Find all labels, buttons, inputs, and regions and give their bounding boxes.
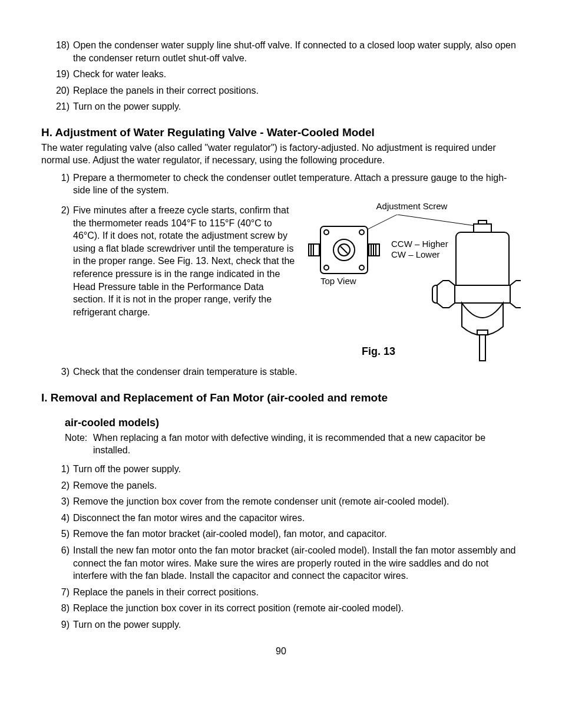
section-h-heading: H. Adjustment of Water Regulating Valve …: [41, 125, 521, 140]
figure-label-adjustment-screw: Adjustment Screw: [303, 200, 521, 212]
section-i-note: Note: When replacing a fan motor with de…: [65, 431, 521, 457]
step-number: 5): [53, 528, 73, 541]
list-item: 19) Check for water leaks.: [53, 68, 521, 81]
step-number: 8): [53, 602, 73, 615]
note-label: Note:: [65, 431, 93, 457]
list-item: 2)Remove the panels.: [53, 479, 521, 492]
step-number: 1): [53, 463, 73, 476]
list-item: 1)Turn off the power supply.: [53, 463, 521, 476]
step-text: Install the new fan motor onto the fan m…: [73, 544, 521, 582]
svg-rect-17: [474, 224, 491, 232]
svg-rect-19: [456, 232, 509, 291]
svg-line-1: [397, 215, 480, 226]
figure-13: Adjustment Screw: [303, 200, 521, 362]
figure-caption: Fig. 13: [362, 344, 395, 358]
list-item: 18) Open the condenser water supply line…: [53, 39, 521, 64]
list-item: 4)Disconnect the fan motor wires and the…: [53, 512, 521, 525]
list-item: 7)Replace the panels in their correct po…: [53, 586, 521, 599]
svg-rect-22: [477, 330, 488, 335]
list-item: 3) Check that the condenser drain temper…: [53, 365, 521, 378]
step-number: 3): [53, 365, 73, 378]
step-text: Remove the panels.: [73, 479, 521, 492]
valve-diagram-icon: CCW – Higher CW – Lower Top View: [303, 215, 521, 362]
list-item: 1) Prepare a thermometer to check the co…: [53, 172, 521, 197]
step-text: Check for water leaks.: [73, 68, 521, 81]
list-item: 9)Turn on the power supply.: [53, 618, 521, 631]
section-i-steps: 1)Turn off the power supply. 2)Remove th…: [41, 463, 521, 631]
step-text: Five minutes after a freeze cycle starts…: [73, 204, 297, 318]
svg-point-6: [359, 265, 364, 270]
step-number: 1): [53, 172, 73, 197]
step-text: Remove the junction box cover from the r…: [73, 495, 521, 508]
step-number: 21): [53, 100, 73, 113]
section-h-steps: 1) Prepare a thermometer to check the co…: [41, 172, 521, 378]
step-number: 19): [53, 68, 73, 81]
figure-label-topview: Top View: [320, 276, 356, 286]
step-text: Replace the panels in their correct posi…: [73, 84, 521, 97]
step-number: 18): [53, 39, 73, 64]
section-h-intro: The water regulating valve (also called …: [41, 141, 521, 167]
step-number: 6): [53, 544, 73, 582]
svg-rect-18: [478, 220, 487, 224]
step-text: Prepare a thermometer to check the conde…: [73, 172, 521, 197]
step-text: Disconnect the fan motor wires and the c…: [73, 512, 521, 525]
step-text: Open the condenser water supply line shu…: [73, 39, 521, 64]
step-number: 7): [53, 586, 73, 599]
list-item: 2) Five minutes after a freeze cycle sta…: [53, 204, 297, 318]
step-text: Replace the junction box cover in its co…: [73, 602, 521, 615]
figure-label-cw: CW – Lower: [391, 249, 440, 259]
step-text: Remove the fan motor bracket (air-cooled…: [73, 528, 521, 541]
section-i-sub-heading: air-cooled models): [65, 416, 521, 430]
list-item: 3)Remove the junction box cover from the…: [53, 495, 521, 508]
figure-label-ccw: CCW – Higher: [391, 239, 448, 249]
step-text: Turn on the power supply.: [73, 618, 521, 631]
step-number: 20): [53, 84, 73, 97]
svg-point-3: [324, 230, 329, 235]
svg-point-4: [359, 230, 364, 235]
step-text: Replace the panels in their correct posi…: [73, 586, 521, 599]
step-number: 4): [53, 512, 73, 525]
svg-rect-21: [480, 332, 485, 361]
step-number: 2): [53, 479, 73, 492]
list-item: 5)Remove the fan motor bracket (air-cool…: [53, 528, 521, 541]
step-text: Turn off the power supply.: [73, 463, 521, 476]
list-item: 20) Replace the panels in their correct …: [53, 84, 521, 97]
step-number: 2): [53, 204, 73, 318]
page-number: 90: [41, 645, 521, 658]
step-number: 3): [53, 495, 73, 508]
step-text: Check that the condenser drain temperatu…: [73, 365, 521, 378]
svg-point-5: [324, 265, 329, 270]
top-steps-list: 18) Open the condenser water supply line…: [41, 39, 521, 113]
note-text: When replacing a fan motor with defectiv…: [93, 431, 521, 457]
list-item: 21) Turn on the power supply.: [53, 100, 521, 113]
section-i-heading: I. Removal and Replacement of Fan Motor …: [41, 390, 521, 406]
step-number: 9): [53, 618, 73, 631]
step-text: Turn on the power supply.: [73, 100, 521, 113]
list-item: 8)Replace the junction box cover in its …: [53, 602, 521, 615]
list-item: 6)Install the new fan motor onto the fan…: [53, 544, 521, 582]
